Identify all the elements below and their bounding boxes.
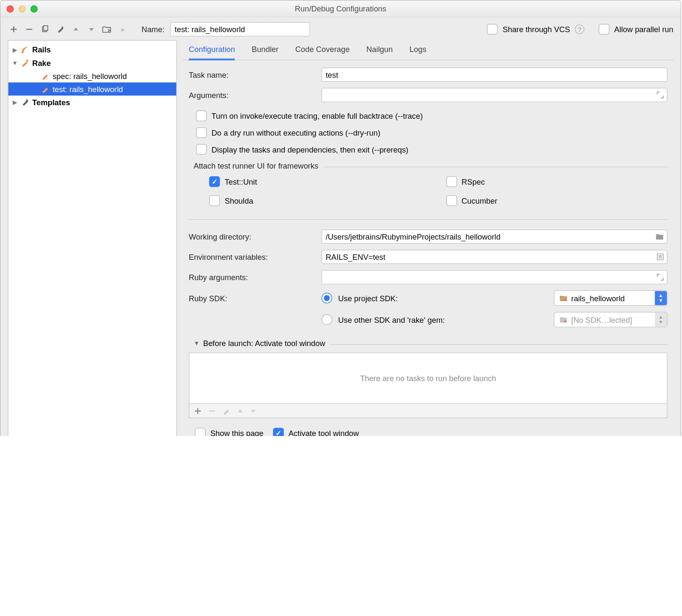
expand-icon[interactable]	[657, 274, 664, 281]
more-icon[interactable]: »	[118, 25, 128, 34]
working-dir-label: Working directory:	[189, 232, 314, 241]
remove-task-icon[interactable]	[208, 407, 216, 414]
ruby-args-input[interactable]	[322, 270, 668, 284]
dropdown-icon: ▲▼	[655, 313, 667, 327]
rake-task-icon	[41, 71, 50, 81]
titlebar: Run/Debug Configurations	[0, 0, 680, 17]
attach-runner-fieldset: Attach test runner UI for frameworks Tes…	[189, 167, 668, 210]
dryrun-label: Do a dry run without executing actions (…	[212, 128, 380, 137]
tab-nailgun[interactable]: Nailgun	[366, 45, 393, 60]
trace-checkbox[interactable]	[196, 111, 207, 121]
ruby-args-label: Ruby arguments:	[189, 273, 314, 281]
env-vars-input[interactable]	[322, 250, 668, 264]
add-task-icon[interactable]	[194, 407, 202, 414]
config-toolbar: »	[8, 25, 128, 34]
arguments-input[interactable]	[322, 88, 668, 102]
allow-parallel-checkbox[interactable]	[599, 24, 609, 35]
cucumber-checkbox[interactable]	[446, 195, 457, 206]
tree-node-test[interactable]: test: rails_helloworld	[8, 82, 176, 95]
dropdown-icon: ▲▼	[655, 291, 667, 305]
rspec-checkbox[interactable]	[446, 176, 457, 187]
maximize-window-icon[interactable]	[30, 5, 38, 12]
task-name-input[interactable]	[322, 68, 668, 82]
folder-icon	[559, 294, 568, 302]
tab-bundler[interactable]: Bundler	[252, 45, 278, 60]
list-edit-icon[interactable]	[657, 253, 664, 261]
dryrun-checkbox[interactable]	[196, 127, 207, 138]
name-input[interactable]	[170, 22, 310, 36]
window-controls	[7, 5, 38, 12]
copy-config-icon[interactable]	[40, 25, 50, 34]
tab-code-coverage[interactable]: Code Coverage	[295, 45, 350, 60]
attach-runner-legend: Attach test runner UI for frameworks	[189, 161, 323, 170]
folder-icon	[559, 316, 568, 323]
tree-node-templates[interactable]: ▶ Templates	[8, 95, 176, 109]
before-launch-header: Before launch: Activate tool window	[203, 339, 325, 348]
move-up-task-icon[interactable]	[237, 408, 243, 413]
name-label: Name:	[142, 25, 164, 34]
remove-config-icon[interactable]	[25, 25, 34, 34]
before-launch-toolbar	[189, 404, 668, 418]
allow-parallel-label: Allow parallel run	[614, 25, 674, 34]
folder-browse-icon[interactable]	[655, 233, 664, 240]
before-launch-tasks-list: There are no tasks to run before launch	[189, 352, 668, 404]
help-icon[interactable]: ?	[575, 25, 584, 34]
rails-icon	[20, 45, 30, 55]
folder-move-icon[interactable]	[102, 25, 112, 34]
project-sdk-select[interactable]: rails_helloworld ▲▼	[554, 290, 668, 306]
share-vcs-label: Share through VCS	[503, 25, 570, 34]
tree-node-rake[interactable]: ▼ Rake	[8, 56, 176, 69]
before-launch-section: ▼ Before launch: Activate tool window Th…	[189, 344, 668, 418]
use-other-sdk-radio[interactable]	[322, 314, 332, 325]
share-vcs-checkbox[interactable]	[487, 24, 498, 35]
add-config-icon[interactable]	[9, 25, 19, 34]
tab-configuration[interactable]: Configuration	[189, 45, 235, 60]
working-dir-input[interactable]	[322, 229, 668, 244]
minimize-window-icon[interactable]	[19, 5, 26, 12]
wrench-icon	[20, 97, 30, 107]
move-down-task-icon[interactable]	[250, 408, 256, 413]
close-window-icon[interactable]	[7, 5, 14, 12]
run-debug-config-window: Run/Debug Configurations » Name: Share	[0, 0, 681, 436]
rake-icon	[20, 58, 30, 68]
move-up-icon[interactable]	[71, 25, 81, 34]
task-name-label: Task name:	[189, 70, 314, 79]
config-tabs: Configuration Bundler Code Coverage Nail…	[183, 40, 674, 60]
svg-rect-1	[44, 26, 48, 30]
other-sdk-select[interactable]: [No SDK…lected] ▲▼	[554, 312, 668, 327]
config-tree[interactable]: ▶ Rails ▼ Rake spec: rails_helloworld	[8, 40, 177, 436]
window-title: Run/Debug Configurations	[7, 4, 675, 13]
use-project-sdk-radio[interactable]	[322, 293, 332, 303]
tab-logs[interactable]: Logs	[409, 45, 426, 60]
env-vars-label: Environment variables:	[189, 252, 314, 261]
rake-task-icon	[41, 84, 50, 94]
expand-icon[interactable]	[657, 91, 664, 98]
shoulda-checkbox[interactable]	[209, 195, 220, 206]
svg-rect-2	[26, 60, 28, 61]
prereqs-label: Display the tasks and dependencies, then…	[212, 145, 409, 154]
tree-node-spec[interactable]: spec: rails_helloworld	[8, 69, 176, 82]
trace-label: Turn on invoke/execute tracing, enable f…	[212, 112, 423, 120]
prereqs-checkbox[interactable]	[196, 144, 207, 155]
arguments-label: Arguments:	[189, 90, 314, 99]
collapse-icon[interactable]: ▼	[194, 340, 199, 347]
activate-tool-checkbox[interactable]	[273, 428, 284, 436]
move-down-icon[interactable]	[87, 25, 96, 34]
ruby-sdk-label: Ruby SDK:	[189, 294, 314, 303]
edit-task-icon[interactable]	[223, 407, 230, 414]
test-unit-checkbox[interactable]	[209, 176, 220, 187]
tree-node-rails[interactable]: ▶ Rails	[8, 43, 176, 56]
show-page-checkbox[interactable]	[195, 428, 205, 436]
wrench-icon[interactable]	[56, 25, 65, 34]
